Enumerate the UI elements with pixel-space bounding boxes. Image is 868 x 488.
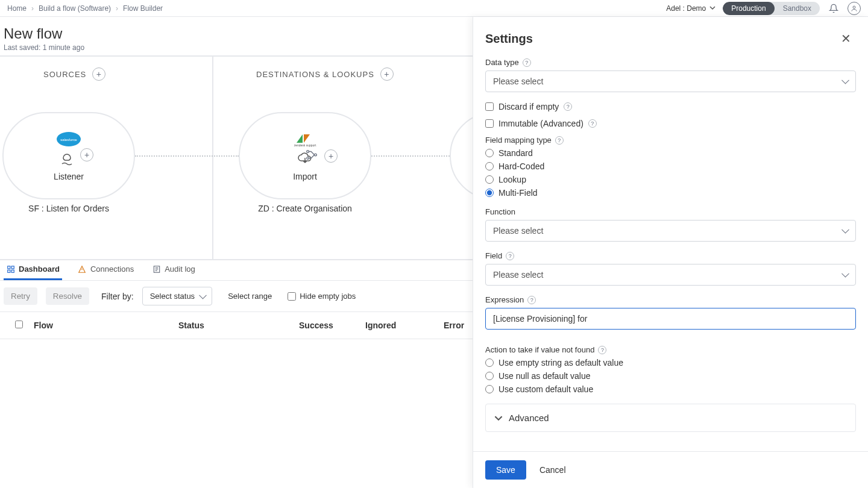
- col-success[interactable]: Success: [299, 321, 365, 330]
- avatar-icon[interactable]: [848, 2, 861, 15]
- svg-rect-9: [7, 266, 10, 268]
- add-export-button[interactable]: +: [80, 148, 93, 161]
- range-select[interactable]: Select range: [221, 287, 279, 305]
- field-label: Field: [485, 251, 502, 260]
- chevron-right-icon: ›: [31, 4, 34, 13]
- filter-label: Filter by:: [101, 292, 134, 301]
- radio-hardcoded[interactable]: Hard-Coded: [485, 161, 856, 171]
- retry-button[interactable]: Retry: [4, 287, 37, 305]
- notifications-icon[interactable]: [827, 2, 840, 15]
- svg-rect-11: [7, 270, 10, 272]
- help-icon[interactable]: ?: [598, 346, 606, 354]
- add-source-button[interactable]: +: [92, 67, 105, 81]
- advanced-label: Advanced: [509, 413, 549, 423]
- env-sandbox[interactable]: Sandbox: [775, 2, 820, 15]
- field-field: Field ? Please select: [485, 251, 856, 286]
- svg-point-6: [307, 151, 309, 153]
- help-icon[interactable]: ?: [523, 58, 531, 67]
- select-all-checkbox[interactable]: [15, 321, 23, 328]
- radio-lookup-input[interactable]: [485, 175, 494, 184]
- radio-label: Hard-Coded: [498, 161, 544, 171]
- radio-empty-input[interactable]: [485, 358, 494, 367]
- radio-lookup[interactable]: Lookup: [485, 175, 856, 184]
- connector: [135, 155, 239, 157]
- expression-label: Expression: [485, 295, 524, 304]
- cancel-button[interactable]: Cancel: [537, 460, 568, 480]
- tab-label: Audit log: [165, 264, 195, 274]
- tab-dashboard[interactable]: Dashboard: [4, 260, 62, 280]
- discard-input[interactable]: [485, 102, 494, 111]
- destination-node-name: Import: [293, 172, 317, 181]
- radio-standard[interactable]: Standard: [485, 148, 856, 158]
- tab-audit-log[interactable]: Audit log: [149, 260, 198, 280]
- source-node-name: Listener: [54, 172, 84, 181]
- help-icon[interactable]: ?: [527, 296, 536, 304]
- add-destination-button[interactable]: +: [380, 67, 394, 81]
- help-icon[interactable]: ?: [564, 102, 572, 111]
- immutable-checkbox[interactable]: Immutable (Advanced) ?: [485, 119, 856, 128]
- hide-empty-checkbox[interactable]: Hide empty jobs: [288, 292, 356, 301]
- radio-hardcoded-input[interactable]: [485, 162, 494, 170]
- col-flow[interactable]: Flow: [34, 321, 178, 330]
- user-menu[interactable]: Adel : Demo: [666, 4, 715, 13]
- radio-multifield[interactable]: Multi-Field: [485, 188, 856, 198]
- function-select[interactable]: Please select: [485, 220, 856, 242]
- chevron-down-icon: [494, 414, 503, 422]
- col-status[interactable]: Status: [178, 321, 299, 330]
- radio-multifield-input[interactable]: [485, 189, 494, 197]
- svg-marker-3: [297, 134, 303, 143]
- radio-standard-input[interactable]: [485, 149, 494, 157]
- settings-panel: Settings ✕ Data type ? Please select Dis…: [473, 17, 868, 488]
- env-production[interactable]: Production: [723, 2, 774, 15]
- breadcrumb: Home › Build a flow (Software) › Flow Bu…: [7, 4, 163, 13]
- help-icon[interactable]: ?: [506, 252, 514, 260]
- svg-marker-4: [304, 134, 310, 143]
- add-step-button[interactable]: +: [324, 149, 338, 163]
- col-ignored[interactable]: Ignored: [365, 321, 444, 330]
- field-action-not-found: Action to take if value not found ? Use …: [485, 345, 856, 394]
- help-icon[interactable]: ?: [588, 119, 597, 128]
- advanced-toggle[interactable]: Advanced: [485, 404, 856, 432]
- source-node[interactable]: salesforce Listener: [2, 112, 135, 199]
- audit-icon: [152, 264, 161, 274]
- radio-custom-input[interactable]: [485, 385, 494, 393]
- chevron-down-icon: [709, 4, 715, 13]
- discard-if-empty-checkbox[interactable]: Discard if empty ?: [485, 102, 856, 111]
- action-label: Action to take if value not found: [485, 345, 594, 354]
- hide-empty-input[interactable]: [288, 292, 296, 301]
- source-node-label: SF : Listen for Orders: [2, 204, 135, 213]
- svg-point-0: [853, 6, 855, 8]
- svg-point-8: [315, 154, 317, 156]
- save-button[interactable]: Save: [485, 460, 526, 480]
- breadcrumb-home[interactable]: Home: [7, 4, 27, 13]
- field-select[interactable]: Please select: [485, 264, 856, 286]
- connector: [371, 155, 450, 157]
- status-select[interactable]: Select status: [142, 287, 212, 305]
- radio-label: Use custom default value: [498, 384, 593, 394]
- breadcrumb-parent[interactable]: Build a flow (Software): [39, 4, 111, 13]
- resolve-button[interactable]: Resolve: [46, 287, 89, 305]
- data-type-select[interactable]: Please select: [485, 70, 856, 92]
- field-expression: Expression ?: [485, 295, 856, 330]
- expression-input[interactable]: [485, 308, 856, 330]
- connections-icon: [78, 264, 87, 274]
- field-data-type: Data type ? Please select: [485, 58, 856, 92]
- radio-empty-string[interactable]: Use empty string as default value: [485, 358, 856, 368]
- panel-header: Settings ✕: [473, 17, 868, 58]
- radio-null[interactable]: Use null as default value: [485, 371, 856, 381]
- radio-null-input[interactable]: [485, 372, 494, 380]
- zendesk-logo-icon: zendesk support: [292, 130, 318, 148]
- field-mapping-type: Field mapping type ? Standard Hard-Coded…: [485, 136, 856, 198]
- environment-toggle[interactable]: Production Sandbox: [723, 2, 820, 15]
- panel-title: Settings: [485, 32, 533, 46]
- immutable-label: Immutable (Advanced): [498, 119, 583, 128]
- lane-destinations-header: DESTINATIONS & LOOKUPS +: [256, 67, 394, 81]
- radio-custom[interactable]: Use custom default value: [485, 384, 856, 394]
- close-icon[interactable]: ✕: [836, 29, 856, 48]
- help-icon[interactable]: ?: [555, 136, 564, 145]
- mapping-icon[interactable]: [305, 148, 318, 163]
- immutable-input[interactable]: [485, 119, 494, 128]
- tab-connections[interactable]: Connections: [75, 260, 136, 280]
- listener-icon: [60, 152, 78, 168]
- mapping-type-label: Field mapping type: [485, 136, 552, 145]
